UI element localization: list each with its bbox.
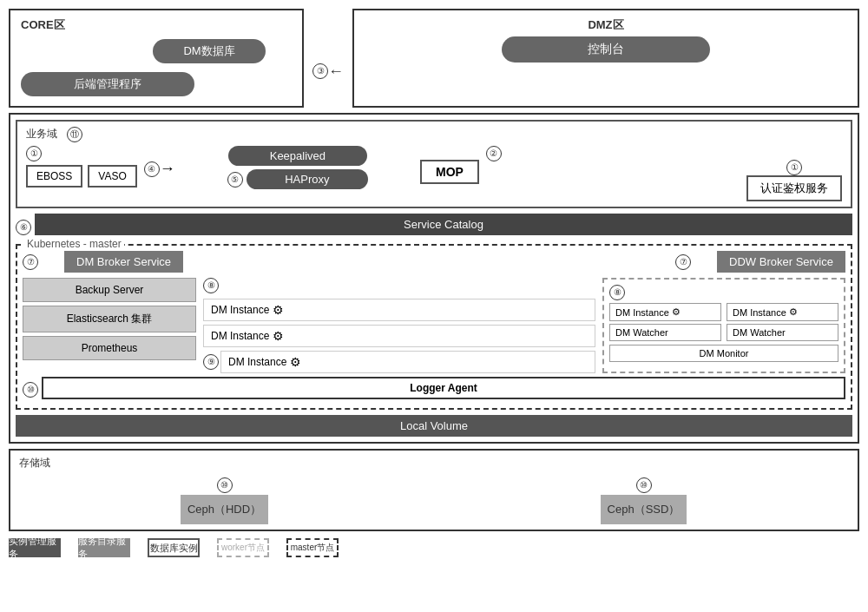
num-8-right: ⑧ [609,285,625,300]
core-label: CORE区 [21,18,65,31]
legend-master-node-box: master节点 [286,538,339,557]
legend-worker-node-box: worker节点 [217,538,269,557]
num-8-left: ⑧ [203,278,219,293]
dm-instance-1-label: DM Instance [211,304,269,316]
num8-label: ⑧ [203,278,595,293]
k8s-master: Kubernetes - master ⑦ DM Broker Service … [16,244,852,410]
keepalived-col: Keepalived ⑤ HAProxy [182,146,413,189]
legend-master-node: master节点 [286,538,339,557]
gear-icon-3: ⚙ [290,355,301,369]
top-section: CORE区 DM数据库 后端管理程序 ③ ← DMZ区 控制台 [9,9,859,108]
num-11: ⑪ [67,127,82,142]
num-10-hdd: ⑩ [217,477,233,493]
right-instance-left: DM Instance ⚙ DM Watcher [609,303,721,341]
right-dm-instance-2-label: DM Instance [733,307,786,318]
eboss-vaso-col: ① EBOSS VASO [26,146,137,188]
num-7-right: ⑦ [675,254,691,270]
legend-instance-mgmt: 实例管理服务 [9,538,61,557]
main-container: CORE区 DM数据库 后端管理程序 ③ ← DMZ区 控制台 业务域 [9,9,859,557]
business-domain: 业务域 ⑪ ① EBOSS VASO ④ → [16,120,852,208]
center-dm-col: ⑧ DM Instance ⚙ DM Instance ⚙ ⑨ DM Insta… [203,278,595,373]
storage-label: 存储域 [19,456,849,471]
num-10-ssd: ⑩ [636,477,652,493]
gear-icon-r1: ⚙ [672,306,681,318]
k8s-label: Kubernetes - master [24,238,124,250]
center-outer-border: 业务域 ⑪ ① EBOSS VASO ④ → [9,113,859,444]
storage-section: 存储域 ⑩ Ceph（HDD） ⑩ Ceph（SSD） [9,449,859,531]
worker-area: Backup Server Elasticsearch 集群 Prometheu… [23,278,845,373]
dm-broker-box: DM Broker Service [64,251,183,273]
mop-area: MOP [420,160,479,184]
biz-full-row: ① EBOSS VASO ④ → Keepalived ⑤ [26,146,842,201]
backup-server-box: Backup Server [23,278,196,302]
num-7-left: ⑦ [23,254,38,270]
logger-agent-bar: Logger Agent [42,377,845,399]
num-2: ② [486,146,502,161]
num-9: ⑨ [203,354,219,370]
service-catalog-bar: Service Catalog [35,214,852,235]
num-1-right: ① [786,160,802,175]
ceph-ssd-box: Ceph（SSD） [601,495,687,524]
broker-row: ⑦ DM Broker Service ⑦ DDW Broker Service [23,251,845,273]
num8-right: ⑧ [609,285,838,300]
elasticsearch-box: Elasticsearch 集群 [23,306,196,332]
num-1-left: ① [26,146,42,161]
num-4: ④ [144,161,160,177]
local-volume-bar: Local Volume [16,415,852,437]
ddw-broker-box: DDW Broker Service [717,251,845,273]
right-dm-watcher-2-label: DM Watcher [733,327,786,338]
dmz-label: DMZ区 [588,17,623,33]
right-dm-watcher-1: DM Watcher [609,324,721,341]
dm-instance-3: DM Instance ⚙ [220,351,595,373]
gear-icon-1: ⚙ [273,303,284,317]
legend-db-instance: 数据库实例 [148,538,200,557]
gear-icon-r2: ⚙ [789,306,798,318]
dm-instance-3-label: DM Instance [228,356,286,368]
legend-db-instance-box: 数据库实例 [148,538,200,557]
control-console-box: 控制台 [502,36,710,63]
num2-area: ② [486,146,502,161]
auth-area: ① 认证鉴权服务 [746,160,842,201]
core-zone: CORE区 DM数据库 后端管理程序 [9,9,304,108]
backend-mgmt-box: 后端管理程序 [21,72,194,96]
arrow-3: ③ ← [312,9,344,108]
legend-service-catalog: 服务目录服务 [78,538,130,557]
right-panel: ⑧ DM Instance ⚙ DM Watcher [602,278,845,373]
right-dm-watcher-2: DM Watcher [727,324,838,341]
num-3: ③ [312,63,328,79]
right-instance-right: DM Instance ⚙ DM Watcher [727,303,838,341]
left-panel: Backup Server Elasticsearch 集群 Prometheu… [23,278,196,373]
legend: 实例管理服务 服务目录服务 数据库实例 worker节点 master节点 [9,538,859,557]
ceph-hdd-box: Ceph（HDD） [181,495,268,524]
right-dm-instance-1-label: DM Instance [615,307,669,318]
storage-row: ⑩ Ceph（HDD） ⑩ Ceph（SSD） [19,477,849,524]
num-6: ⑥ [16,220,31,235]
eboss-vaso: EBOSS VASO [26,165,137,188]
dmz-zone: DMZ区 控制台 [352,9,859,108]
dmz-inner: 控制台 [502,36,710,63]
num-5: ⑤ [227,172,243,188]
dm-instance-2-label: DM Instance [211,330,269,342]
ceph-ssd-col: ⑩ Ceph（SSD） [438,477,849,524]
vaso-box: VASO [88,165,136,188]
core-inner: DM数据库 后端管理程序 [21,36,292,99]
dm-monitor-box: DM Monitor [609,345,838,362]
haproxy-box: HAProxy [247,169,368,189]
gear-icon-2: ⚙ [273,329,284,343]
legend-worker-node: worker节点 [217,538,269,557]
right-dm-instance-1: DM Instance ⚙ [609,303,721,321]
prometheus-box: Prometheus [23,336,196,360]
num-10-logger: ⑩ [23,382,38,398]
business-domain-label: 业务域 ⑪ [26,127,842,142]
right-dm-watcher-1-label: DM Watcher [615,327,668,338]
keepalived-box: Keepalived [228,146,367,166]
dm-instance-2: DM Instance ⚙ [203,325,595,347]
eboss-box: EBOSS [26,165,82,188]
dm-database-box: DM数据库 [153,39,266,63]
ceph-hdd-col: ⑩ Ceph（HDD） [19,477,430,524]
legend-service-catalog-box: 服务目录服务 [78,538,130,557]
legend-instance-mgmt-box: 实例管理服务 [9,538,61,557]
dm-instance-1: DM Instance ⚙ [203,299,595,321]
logger-row: ⑩ Logger Agent [23,377,845,403]
auth-box: 认证鉴权服务 [746,175,842,201]
